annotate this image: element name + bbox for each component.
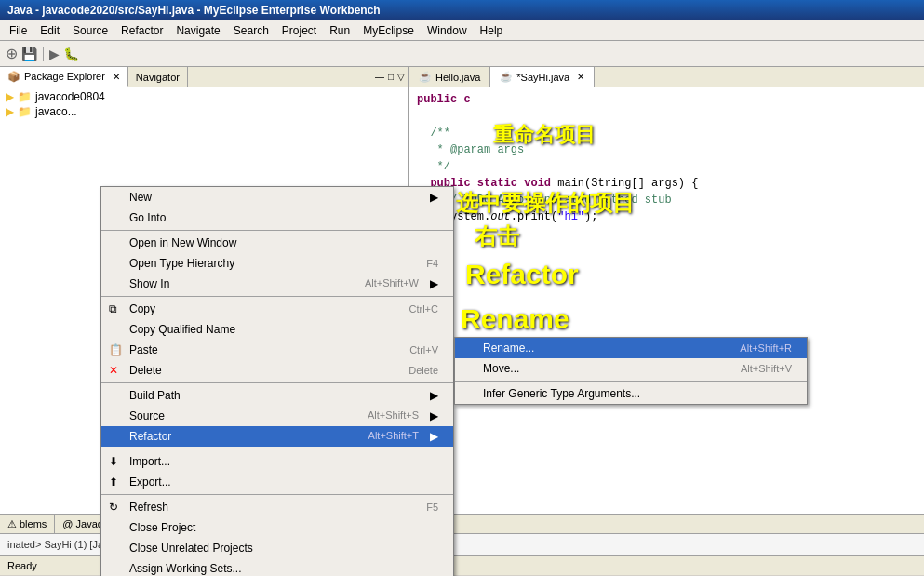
main-layout: 📦 Package Explorer ✕ Navigator — □ ▽ ▶ 📁…	[0, 67, 924, 514]
tab-problems[interactable]: ⚠ blems	[0, 515, 55, 533]
ctx-import[interactable]: ⬇ Import...	[101, 451, 453, 472]
refresh-icon: ↻	[109, 501, 118, 514]
ctx-move[interactable]: Move... Alt+Shift+V	[455, 358, 807, 379]
ctx-paste[interactable]: 📋 Paste Ctrl+V	[101, 340, 453, 360]
expand-icon: ▶	[6, 90, 14, 103]
title-bar: Java - javacode2020/src/SayHi.java - MyE…	[0, 0, 924, 20]
ctx-rename[interactable]: Rename... Alt+Shift+R	[455, 338, 807, 358]
code-line-7: // TODO Auto-generated method stub	[417, 192, 917, 208]
menu-source[interactable]: Source	[67, 22, 114, 39]
panel-minimize-icon[interactable]: —	[375, 72, 384, 82]
ctx-source-arrow: ▶	[430, 409, 438, 422]
ctx-source[interactable]: Source Alt+Shift+S ▶	[101, 406, 453, 426]
delete-icon: ✕	[109, 364, 118, 377]
ctx-go-into[interactable]: Go Into	[101, 208, 453, 228]
code-line-6: public static void main(String[] args) {	[417, 175, 917, 192]
ctx-infer-generic[interactable]: Infer Generic Type Arguments...	[455, 383, 807, 404]
tab-hello-java[interactable]: ☕ Hello.java	[409, 67, 490, 87]
ctx-delete[interactable]: ✕ Delete Delete	[101, 360, 453, 381]
submenu-sep	[455, 381, 807, 382]
export-icon: ⬆	[109, 476, 118, 489]
toolbar-debug-icon[interactable]: 🐛	[63, 47, 79, 61]
ctx-build-path-arrow: ▶	[430, 389, 438, 402]
menu-bar: File Edit Source Refactor Navigate Searc…	[0, 20, 924, 41]
ctx-sep2	[101, 296, 453, 297]
panel-view-icon[interactable]: ▽	[397, 72, 405, 82]
project-icon2: 📁	[18, 105, 32, 118]
code-line-5: */	[417, 158, 917, 175]
code-line-9: }	[417, 225, 917, 242]
panel-maximize-icon[interactable]: □	[388, 72, 394, 82]
sayhi-java-icon: ☕	[500, 71, 513, 83]
toolbar-run-icon[interactable]: ▶	[49, 47, 60, 61]
ctx-sep1	[101, 230, 453, 231]
right-panel: ☕ Hello.java ☕ *SayHi.java ✕ public c /*…	[409, 67, 924, 514]
code-line-10: }	[417, 242, 917, 259]
status-text: Ready	[7, 560, 37, 571]
menu-project[interactable]: Project	[276, 22, 322, 39]
package-explorer-icon: 📦	[7, 71, 20, 83]
toolbar-save-icon[interactable]: 💾	[21, 47, 37, 61]
tab-package-explorer[interactable]: 📦 Package Explorer ✕	[0, 67, 128, 87]
panel-actions: — □ ▽	[188, 67, 408, 87]
ctx-build-path[interactable]: Build Path ▶	[101, 385, 453, 406]
project-icon: 📁	[18, 90, 32, 103]
code-line-8: System.out.print("hi");	[417, 208, 917, 225]
ctx-sep5	[101, 494, 453, 495]
title-text: Java - javacode2020/src/SayHi.java - MyE…	[7, 4, 381, 17]
code-area[interactable]: public c /** * @param args */ public sta…	[409, 87, 924, 514]
ctx-show-in[interactable]: Show In Alt+Shift+W ▶	[101, 274, 453, 294]
problems-icon: ⚠	[7, 518, 17, 530]
ctx-refactor[interactable]: Refactor Alt+Shift+T ▶	[101, 426, 453, 447]
tree-item-javacode0804[interactable]: ▶ 📁 javacode0804	[2, 89, 407, 104]
menu-window[interactable]: Window	[422, 22, 473, 39]
menu-search[interactable]: Search	[228, 22, 275, 39]
ctx-show-in-arrow: ▶	[430, 277, 438, 290]
ctx-new-arrow: ▶	[430, 191, 438, 204]
ctx-copy[interactable]: ⧉ Copy Ctrl+C	[101, 299, 453, 319]
menu-refactor[interactable]: Refactor	[115, 22, 168, 39]
code-line-1: public c	[417, 91, 917, 108]
ctx-copy-qualified[interactable]: Copy Qualified Name	[101, 319, 453, 340]
menu-file[interactable]: File	[4, 22, 33, 39]
menu-myeclipse[interactable]: MyEclipse	[357, 22, 420, 39]
code-line-2	[417, 108, 917, 125]
import-icon: ⬇	[109, 455, 118, 468]
toolbar-new-icon[interactable]: ⊕	[6, 45, 18, 62]
tree-item-javaco[interactable]: ▶ 📁 javaco...	[2, 104, 407, 119]
tab-navigator[interactable]: Navigator	[128, 67, 188, 87]
ctx-refresh[interactable]: ↻ Refresh F5	[101, 497, 453, 517]
copy-icon: ⧉	[109, 302, 117, 315]
ctx-sep3	[101, 382, 453, 383]
tab-sayhi-java[interactable]: ☕ *SayHi.java ✕	[490, 67, 595, 87]
ctx-close-unrelated[interactable]: Close Unrelated Projects	[101, 538, 453, 558]
paste-icon: 📋	[109, 343, 123, 356]
ctx-export[interactable]: ⬆ Export...	[101, 472, 453, 492]
menu-help[interactable]: Help	[475, 22, 509, 39]
ctx-sep4	[101, 449, 453, 449]
hello-java-icon: ☕	[419, 71, 432, 83]
editor-tabs: ☕ Hello.java ☕ *SayHi.java ✕	[409, 67, 924, 87]
editor-tab-close[interactable]: ✕	[577, 72, 584, 82]
ctx-open-type-hierarchy[interactable]: Open Type Hierarchy F4	[101, 253, 453, 274]
ctx-refactor-arrow: ▶	[430, 430, 438, 443]
code-line-4: * @param args	[417, 141, 917, 158]
ctx-assign-working-sets[interactable]: Assign Working Sets...	[101, 558, 453, 576]
menu-run[interactable]: Run	[324, 22, 355, 39]
menu-navigate[interactable]: Navigate	[170, 22, 225, 39]
context-menu: New ▶ Go Into Open in New Window Open Ty…	[100, 186, 454, 576]
code-line-3: /**	[417, 125, 917, 141]
refactor-submenu: Rename... Alt+Shift+R Move... Alt+Shift+…	[454, 337, 808, 405]
javadoc-icon: @	[62, 518, 73, 529]
toolbar: ⊕ 💾 ▶ 🐛	[0, 41, 924, 67]
ctx-open-new-window[interactable]: Open in New Window	[101, 233, 453, 253]
menu-edit[interactable]: Edit	[34, 22, 65, 39]
panel-tab-close[interactable]: ✕	[113, 72, 120, 82]
toolbar-separator	[43, 47, 44, 61]
ctx-new[interactable]: New ▶	[101, 187, 453, 208]
expand-icon2: ▶	[6, 105, 14, 118]
panel-tabs: 📦 Package Explorer ✕ Navigator — □ ▽	[0, 67, 408, 87]
ctx-close-project[interactable]: Close Project	[101, 517, 453, 538]
